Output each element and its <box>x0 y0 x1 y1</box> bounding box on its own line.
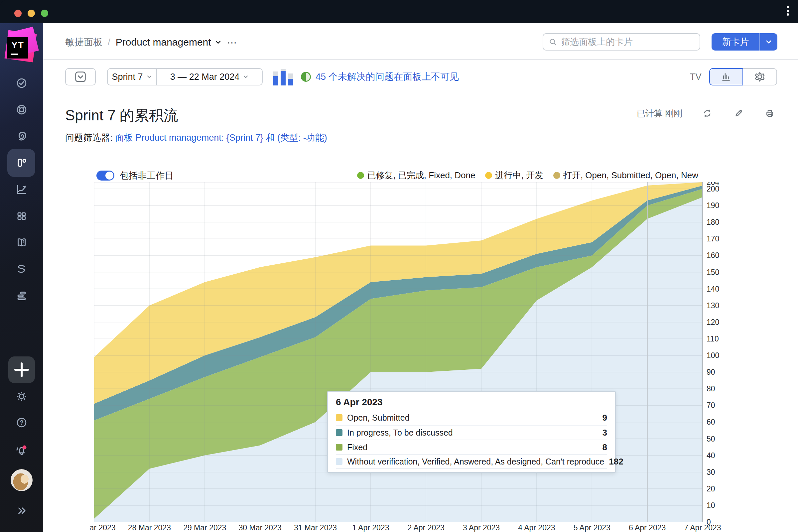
chart-tooltip: 6 Apr 2023 Open, Submitted9In progress, … <box>327 391 616 473</box>
y-tick-label: 80 <box>706 384 715 393</box>
app-window: YT <box>0 0 798 532</box>
sidebar-item-reports[interactable] <box>0 182 43 197</box>
legend-item-1[interactable]: 进行中, 开发 <box>485 170 543 181</box>
sidebar-notifications[interactable] <box>0 442 43 458</box>
tooltip-row: Open, Submitted9 <box>336 410 607 425</box>
cumulative-flow-chart[interactable]: 2042001901801701601501401301201101009080… <box>91 182 798 532</box>
youtrack-logo[interactable]: YT <box>4 28 39 63</box>
sidebar-help[interactable]: ? <box>0 415 43 430</box>
y-tick-label: 40 <box>706 451 715 460</box>
y-tick-label: 10 <box>706 501 715 510</box>
board-more-menu[interactable]: ⋯ <box>227 37 238 48</box>
include-non-working-days-toggle[interactable] <box>96 171 114 180</box>
x-tick-label: 7 Apr 2023 <box>684 524 721 532</box>
chevron-down-icon <box>146 74 152 80</box>
chevron-down-icon <box>243 74 249 80</box>
timesheet-ribbon-icon <box>14 262 29 277</box>
search-icon <box>548 37 557 47</box>
sidebar-item-gantt[interactable] <box>0 289 43 303</box>
y-axis-labels: 2042001901801701601501401301201101009080… <box>706 182 733 522</box>
sidebar-item-timesheets[interactable] <box>0 262 43 277</box>
tooltip-value: 3 <box>603 428 607 438</box>
reports-trend-icon <box>14 182 29 197</box>
y-tick-label: 110 <box>706 335 719 343</box>
gantt-rows-icon <box>14 289 29 303</box>
user-avatar[interactable] <box>11 469 33 491</box>
sidebar-item-tasks[interactable] <box>0 76 43 91</box>
sidebar-settings[interactable] <box>0 389 43 404</box>
legend-item-2[interactable]: 打开, Open, Submitted, Open, New <box>553 170 698 181</box>
board-settings-button[interactable] <box>743 68 777 86</box>
knowledge-base-book-icon <box>14 235 29 250</box>
sidebar-item-helpdesk[interactable] <box>0 102 43 117</box>
new-card-dropdown-button[interactable] <box>759 33 777 51</box>
tv-mode-button[interactable]: TV <box>690 68 702 86</box>
toolbar: Sprint 7 3 — 22 Mar 2024 45 个未解决的问题在面板上不… <box>43 68 798 86</box>
breadcrumb-separator: / <box>108 37 110 48</box>
y-tick-label: 20 <box>706 484 715 493</box>
y-tick-label: 150 <box>706 268 719 277</box>
chart-header: 包括非工作日 已修复, 已完成, Fixed, Done进行中, 开发打开, O… <box>43 170 798 182</box>
sidebar-item-sprints[interactable] <box>0 129 43 143</box>
tooltip-value: 8 <box>603 442 607 453</box>
tooltip-value: 9 <box>603 413 607 423</box>
close-window-button[interactable] <box>14 10 22 17</box>
sidebar-item-dashboards[interactable] <box>0 209 43 224</box>
new-card-button[interactable]: 新卡片 <box>711 33 759 51</box>
breadcrumb-section[interactable]: 敏捷面板 <box>65 36 102 49</box>
breadcrumb-board[interactable]: Product management <box>116 37 222 48</box>
sidebar-expand[interactable] <box>0 504 43 517</box>
y-tick-label: 130 <box>706 301 719 310</box>
search-input[interactable] <box>561 37 695 47</box>
sidebar: YT <box>0 23 43 532</box>
sprint-date-control: Sprint 7 3 — 22 Mar 2024 <box>107 68 263 86</box>
sidebar-item-agile-board[interactable] <box>0 156 43 170</box>
header-divider <box>43 59 798 60</box>
create-button[interactable] <box>8 357 35 383</box>
legend-item-0[interactable]: 已修复, 已完成, Fixed, Done <box>357 170 475 181</box>
sprint-progress-icon[interactable] <box>273 69 294 86</box>
minimize-window-button[interactable] <box>27 10 35 17</box>
refresh-icon[interactable] <box>701 107 714 120</box>
legend-dot-icon <box>553 172 560 179</box>
y-tick-label: 70 <box>706 401 715 410</box>
legend-label: 进行中, 开发 <box>495 170 543 181</box>
help-icon: ? <box>14 415 29 430</box>
backlog-panel-button[interactable] <box>65 68 96 86</box>
agile-board-icon <box>14 156 29 170</box>
report-filter: 问题筛选器: 面板 Product management: {Sprint 7}… <box>65 132 327 144</box>
x-tick-label: 4 Apr 2023 <box>518 524 555 532</box>
filter-label: 问题筛选器: <box>65 133 113 142</box>
legend-label: 打开, Open, Submitted, Open, New <box>563 170 698 181</box>
y-tick-label: 100 <box>706 351 719 360</box>
kebab-menu-icon[interactable] <box>786 5 790 17</box>
filter-query-link[interactable]: 面板 Product management: {Sprint 7} 和 (类型:… <box>115 133 327 142</box>
x-tick-label: 3 Apr 2023 <box>463 524 500 532</box>
tooltip-color-icon <box>336 458 342 465</box>
tasks-check-icon <box>14 76 29 91</box>
y-tick-label: 60 <box>706 418 715 426</box>
tooltip-row: Without verification, Verified, Answered… <box>336 454 607 469</box>
calculated-status: 已计算 刚刚 <box>637 108 682 119</box>
notification-badge <box>23 445 26 450</box>
sidebar-item-knowledge-base[interactable] <box>0 235 43 250</box>
x-tick-label: 2 Apr 2023 <box>407 524 444 532</box>
edit-pencil-icon[interactable] <box>732 107 745 120</box>
date-range-selector[interactable]: 3 — 22 Mar 2024 <box>157 69 262 85</box>
x-tick-label: 30 Mar 2023 <box>239 524 282 532</box>
y-tick-label: 140 <box>706 285 719 293</box>
chart-view-button[interactable] <box>709 68 743 86</box>
tooltip-label: Fixed <box>347 442 598 452</box>
zoom-window-button[interactable] <box>41 10 48 17</box>
histogram-icon <box>719 70 733 84</box>
tooltip-label: Open, Submitted <box>347 413 598 423</box>
unresolved-warning-link[interactable]: 45 个未解决的问题在面板上不可见 <box>316 71 459 83</box>
y-tick-label: 200 <box>706 185 719 193</box>
main-content: 敏捷面板 / Product management ⋯ 新卡片 <box>43 23 798 532</box>
chevron-down-icon <box>214 39 222 46</box>
report-actions: 已计算 刚刚 <box>637 107 776 120</box>
print-icon[interactable] <box>763 107 776 120</box>
tooltip-row: In progress, To be discussed3 <box>336 425 607 440</box>
y-tick-label: 120 <box>706 318 719 327</box>
sprint-selector[interactable]: Sprint 7 <box>108 69 157 85</box>
